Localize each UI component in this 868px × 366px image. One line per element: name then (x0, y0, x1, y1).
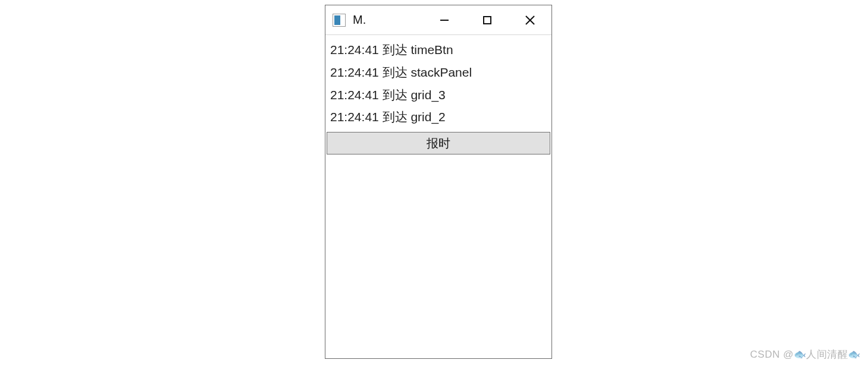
list-item: 21:24:41 到达 timeBtn (330, 39, 547, 61)
report-time-button[interactable]: 报时 (327, 132, 550, 154)
minimize-button[interactable] (423, 5, 466, 34)
list-item: 21:24:41 到达 stackPanel (330, 61, 547, 84)
window-title: M. (353, 13, 366, 27)
maximize-icon (483, 16, 491, 24)
watermark-text: CSDN @🐟人间清醒🐟 (750, 348, 861, 361)
log-list: 21:24:41 到达 timeBtn 21:24:41 到达 stackPan… (325, 35, 551, 131)
button-label: 报时 (427, 135, 450, 152)
window-controls (423, 5, 551, 34)
minimize-icon (440, 20, 449, 21)
titlebar[interactable]: M. (325, 5, 551, 35)
list-item: 21:24:41 到达 grid_3 (330, 84, 547, 106)
list-item: 21:24:41 到达 grid_2 (330, 106, 547, 128)
app-icon (333, 14, 346, 27)
close-icon (525, 15, 535, 26)
close-button[interactable] (509, 5, 551, 34)
maximize-button[interactable] (466, 5, 509, 34)
empty-area (325, 154, 551, 358)
client-area: 21:24:41 到达 timeBtn 21:24:41 到达 stackPan… (325, 35, 551, 358)
app-window: M. 21:24:41 到达 timeBtn 21:24:41 到达 stack… (325, 5, 552, 359)
